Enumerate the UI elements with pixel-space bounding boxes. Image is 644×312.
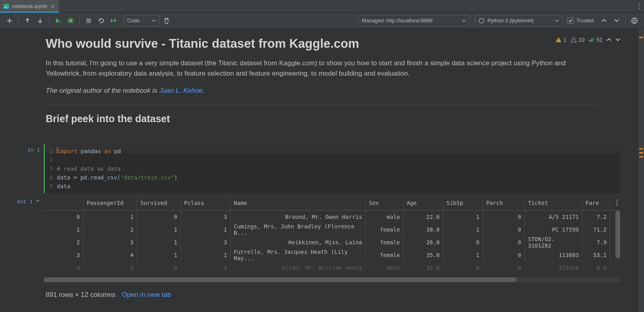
close-icon[interactable] [49, 3, 56, 10]
expand-down-button[interactable] [611, 15, 622, 26]
trusted-label: Trusted [576, 18, 594, 23]
table-menu-icon[interactable] [616, 199, 618, 206]
code-editor[interactable]: 1import pandas as pd 2 3# read data as d… [45, 144, 620, 193]
open-new-tab-link[interactable]: Open in new tab [122, 291, 171, 299]
move-up-button[interactable] [22, 15, 33, 26]
code-cell[interactable]: In 1 1import pandas as pd 2 3# read data… [0, 144, 644, 193]
dataframe-table[interactable]: PassengerId Survived Pclass Name Sex Age… [44, 196, 620, 274]
table-row[interactable]: 2313Heikkinen, Miss. Lainafemale26.000ST… [44, 236, 620, 249]
tab-title: notebook.ipynb [12, 3, 47, 9]
server-label: Managed: http://localhost:8888 [362, 18, 433, 23]
toolbar: Code Managed: http://localhost:8888 Pyth… [0, 13, 644, 29]
inspection-status[interactable]: ! 1 ! 10 51 [555, 37, 620, 43]
kernel-label: Python 3 (ipykernel) [487, 18, 533, 23]
svg-point-8 [69, 19, 73, 23]
move-down-button[interactable] [35, 15, 46, 26]
svg-point-10 [479, 18, 484, 23]
svg-point-3 [639, 3, 640, 4]
kernel-select[interactable]: Python 3 (ipykernel) [475, 15, 563, 26]
warning-chip[interactable]: ! 10 [570, 37, 585, 43]
run-cell-button[interactable] [52, 15, 64, 26]
server-select[interactable]: Managed: http://localhost:8888 [358, 15, 469, 26]
restart-button[interactable] [96, 15, 107, 26]
chevron-down-icon [462, 20, 466, 22]
markdown-cell[interactable]: Who would survive - Titanic dataset from… [0, 29, 644, 136]
svg-text:!: ! [558, 38, 559, 42]
table-row[interactable]: 1211Cumings, Mrs. John Bradley (Florence… [44, 223, 620, 236]
output-cell: Out 1 PassengerId Survived Pclass Name S… [0, 196, 644, 285]
chevron-down-icon [152, 20, 156, 22]
notebook-icon: IP [3, 3, 10, 10]
page-title: Who would survive - Titanic dataset from… [46, 37, 598, 51]
output-prompt: Out 1 [0, 196, 44, 285]
table-header: PassengerId Survived Pclass Name Sex Age… [44, 196, 620, 211]
horizontal-scrollbar[interactable] [44, 277, 620, 282]
stop-button[interactable] [83, 15, 94, 26]
vertical-scrollbar[interactable] [615, 211, 620, 258]
input-prompt: In 1 [0, 144, 44, 193]
delete-cell-button[interactable] [161, 15, 172, 26]
collapse-up-button[interactable] [598, 15, 609, 26]
chevron-down-icon[interactable] [36, 199, 40, 202]
chevron-down-icon[interactable] [615, 38, 620, 41]
svg-point-5 [639, 8, 640, 9]
row-summary: 891 rows × 12 columns [46, 291, 115, 299]
svg-text:IP: IP [4, 6, 7, 9]
run-all-button[interactable] [109, 15, 120, 26]
section-title: Brief peek into the dataset [46, 113, 598, 125]
author-link[interactable]: Juan L. Kehoe [159, 87, 203, 94]
svg-point-15 [617, 202, 618, 203]
svg-text:!: ! [573, 38, 574, 42]
table-row[interactable]: 3411Futrelle, Mrs. Jacques Heath (Lily M… [44, 249, 620, 261]
add-cell-button[interactable] [4, 15, 15, 26]
svg-rect-9 [86, 18, 91, 23]
table-row[interactable]: 4503Allen, Mr. William Henrymale35.00037… [44, 261, 620, 274]
chevron-down-icon [555, 20, 559, 22]
table-row[interactable]: 0103Braund, Mr. Owen Harrismale22.010A/5… [44, 211, 620, 223]
debug-button[interactable] [65, 15, 76, 26]
ok-chip[interactable]: 51 [588, 37, 603, 43]
svg-point-14 [617, 199, 618, 201]
checkbox-icon [567, 18, 574, 24]
cell-type-select[interactable]: Code [124, 15, 159, 26]
notebook-content[interactable]: ! 1 ! 10 51 Who would survive - Titanic … [0, 29, 644, 312]
output-footer: 891 rows × 12 columns Open in new tab [0, 285, 644, 307]
kernel-status-icon [479, 18, 484, 23]
error-chip[interactable]: ! 1 [555, 37, 566, 43]
file-tab[interactable]: IP notebook.ipynb [0, 0, 59, 13]
intro-paragraph: In this tutorial, I'm going to use a ver… [46, 58, 598, 78]
chevron-up-icon[interactable] [607, 38, 611, 41]
tab-bar: IP notebook.ipynb [0, 0, 644, 13]
author-paragraph: The original author of the notebook is J… [46, 86, 598, 96]
trusted-toggle[interactable]: Trusted [564, 18, 597, 24]
cell-type-label: Code [127, 18, 140, 23]
svg-point-16 [617, 204, 618, 205]
tab-menu-icon[interactable] [638, 3, 640, 10]
gutter-right [638, 29, 644, 312]
globe-button[interactable] [629, 15, 640, 26]
svg-rect-6 [59, 22, 61, 23]
svg-point-4 [639, 6, 640, 7]
